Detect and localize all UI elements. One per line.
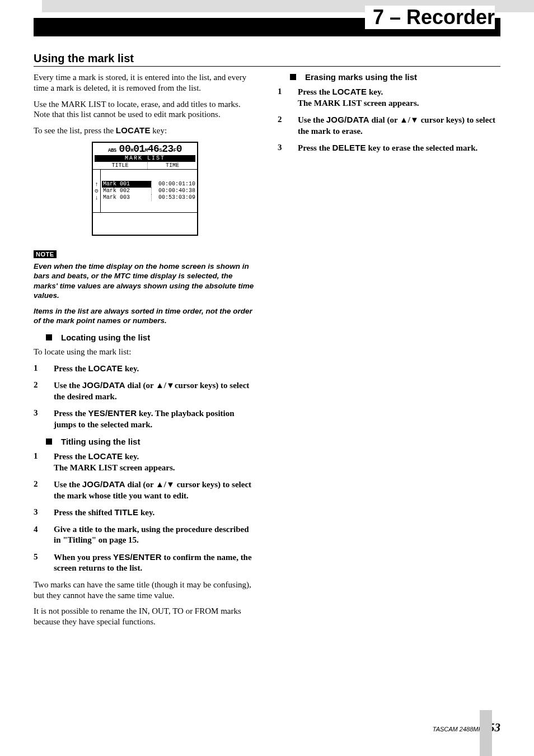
arrow-down-icon: ↓ — [95, 194, 99, 201]
lcd-row: Mark 00300:53:03:09 — [102, 194, 196, 201]
section-title: Using the mark list — [34, 52, 500, 67]
lcd-row: Mark 00200:00:40:38 — [102, 188, 196, 194]
step-item: Press the DELETE key to erase the select… — [278, 142, 500, 154]
step-item: Give a title to the mark, using the proc… — [34, 524, 256, 546]
key-label: LOCATE — [88, 363, 123, 373]
key-label: DELETE — [332, 143, 366, 152]
step-item: Press the YES/ENTER key. The playback po… — [34, 408, 256, 430]
lcd-abs-time: ABS 00H01M46S23F0 — [93, 143, 197, 154]
decorative-right-strip — [480, 710, 492, 756]
subheading-erasing: Erasing marks using the list — [278, 72, 500, 82]
paragraph: Every time a mark is stored, it is enter… — [34, 72, 256, 94]
key-label: JOG/DATA — [82, 479, 125, 489]
key-label: YES/ENTER — [113, 552, 162, 562]
subheading-locating: Locating using the list — [34, 333, 256, 342]
right-column: Erasing marks using the list Press the L… — [278, 72, 500, 633]
key-label: LOCATE — [88, 451, 123, 461]
left-column: Every time a mark is stored, it is enter… — [34, 72, 256, 633]
paragraph: To see the list, press the LOCATE key: — [34, 125, 256, 136]
lcd-col-title: TITLE — [93, 162, 148, 169]
steps-titling: Press the LOCATE key. The MARK LIST scre… — [34, 451, 256, 574]
key-label: LOCATE — [332, 87, 367, 96]
square-bullet-icon — [46, 438, 52, 445]
lcd-table-header: TITLE TIME — [93, 162, 197, 170]
pointer-icon: ⊝ — [95, 188, 99, 194]
steps-erasing: Press the LOCATE key. The MARK LIST scre… — [278, 86, 500, 154]
key-label: YES/ENTER — [88, 408, 137, 418]
lcd-col-time: TIME — [148, 162, 197, 169]
key-label: LOCATE — [116, 125, 151, 135]
lcd-screen-title: MARK LIST — [95, 155, 195, 162]
step-item: Use the JOG/DATA dial (or ▲/▼ cursor key… — [34, 479, 256, 501]
step-item: Use the JOG/DATA dial (or ▲/▼cursor keys… — [34, 380, 256, 402]
lcd-rows: Mark 00100:00:01:10 Mark 00200:00:40:38 … — [101, 170, 197, 212]
subheading-titling: Titling using the list — [34, 437, 256, 446]
note-label: NOTE — [34, 250, 57, 258]
key-label: JOG/DATA — [326, 115, 369, 124]
step-item: Press the LOCATE key. The MARK LIST scre… — [34, 451, 256, 473]
lcd-footer-area — [93, 212, 197, 235]
paragraph: It is not possible to rename the IN, OUT… — [34, 606, 256, 627]
paragraph: Use the MARK LIST to locate, erase, and … — [34, 99, 256, 120]
square-bullet-icon — [290, 74, 296, 80]
step-item: Press the shifted TITLE key. — [34, 507, 256, 519]
chapter-header: 7 – Recorder — [34, 18, 500, 36]
key-label: TITLE — [114, 507, 138, 517]
note-paragraph: Items in the list are always sorted in t… — [34, 306, 256, 326]
lcd-scroll-arrows: ↑ ⊝ ↓ — [93, 170, 101, 212]
lcd-mark-list-screen: ABS 00H01M46S23F0 MARK LIST TITLE TIME ↑… — [92, 142, 198, 236]
square-bullet-icon — [46, 334, 52, 340]
lcd-row: Mark 00100:00:01:10 — [102, 181, 196, 188]
step-item: When you press YES/ENTER to confirm the … — [34, 552, 256, 574]
key-label: JOG/DATA — [82, 380, 125, 390]
paragraph: To locate using the mark list: — [34, 347, 256, 357]
note-paragraph: Even when the time display on the home s… — [34, 262, 256, 301]
note-body: Even when the time display on the home s… — [34, 262, 256, 326]
paragraph: Two marks can have the same title (thoug… — [34, 580, 256, 601]
step-item: Use the JOG/DATA dial (or ▲/▼ cursor key… — [278, 114, 500, 137]
steps-locating: Press the LOCATE key. Use the JOG/DATA d… — [34, 363, 256, 431]
arrow-up-icon: ↑ — [95, 181, 99, 188]
step-item: Press the LOCATE key. The MARK LIST scre… — [278, 86, 500, 109]
chapter-title: 7 – Recorder — [365, 6, 495, 29]
product-name: TASCAM 2488MKII — [433, 726, 486, 732]
step-item: Press the LOCATE key. — [34, 363, 256, 375]
